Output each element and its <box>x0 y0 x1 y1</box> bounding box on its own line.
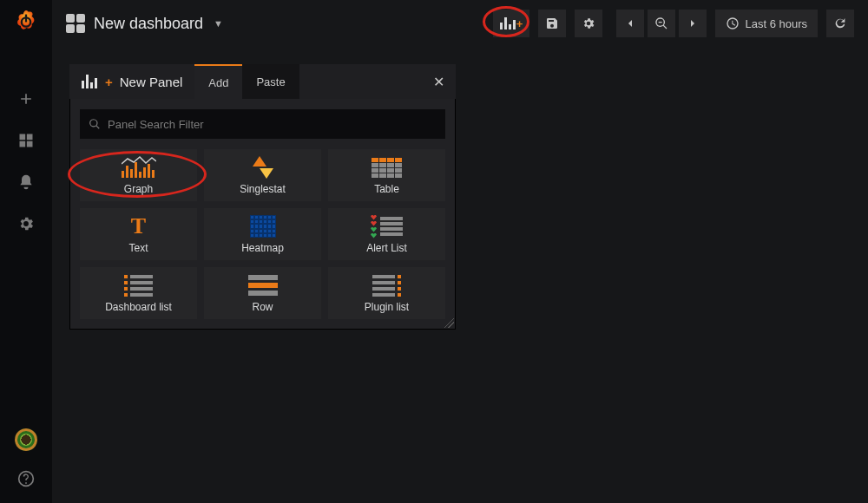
panel-type-label: Alert List <box>366 242 407 254</box>
dashboards-icon <box>66 14 85 33</box>
refresh-button[interactable] <box>826 10 854 37</box>
user-avatar[interactable] <box>15 428 37 451</box>
new-panel-title: New Panel <box>120 75 183 89</box>
panel-type-alertlist[interactable]: Alert List <box>328 208 445 260</box>
heatmap-icon <box>250 215 276 238</box>
alert-list-icon <box>371 215 403 238</box>
caret-down-icon: ▼ <box>214 18 223 29</box>
bar-chart-icon <box>82 75 97 88</box>
plus-icon: + <box>516 17 523 30</box>
panel-type-label: Table <box>374 183 399 195</box>
time-range-forward-button[interactable] <box>679 10 707 37</box>
panel-type-label: Plugin list <box>365 301 409 313</box>
dashboard-canvas: + New Panel Add Paste ✕ <box>52 47 868 503</box>
picker-body: Graph Singlestat Table <box>69 99 456 330</box>
plus-icon: + <box>105 75 113 89</box>
panel-type-heatmap[interactable]: Heatmap <box>204 208 321 260</box>
refresh-icon <box>833 16 847 30</box>
picker-header: + New Panel Add Paste ✕ <box>69 64 456 99</box>
row-icon <box>248 275 278 296</box>
time-range-label: Last 6 hours <box>745 17 807 30</box>
panel-type-label: Singlestat <box>240 183 286 195</box>
panel-type-singlestat[interactable]: Singlestat <box>204 149 321 201</box>
time-range-picker[interactable]: Last 6 hours <box>715 10 818 37</box>
chevron-left-icon <box>623 16 637 30</box>
singlestat-icon <box>251 156 275 179</box>
panel-type-text[interactable]: T Text <box>80 208 197 260</box>
panel-type-table[interactable]: Table <box>328 149 445 201</box>
panel-type-label: Graph <box>124 183 153 195</box>
text-icon: T <box>131 213 146 239</box>
panel-type-label: Heatmap <box>241 242 284 254</box>
nav-create-icon[interactable] <box>14 87 38 111</box>
panel-search[interactable] <box>80 109 445 139</box>
dashboard-title-dropdown[interactable]: New dashboard ▼ <box>66 14 223 33</box>
main-area: New dashboard ▼ + <box>52 0 868 503</box>
top-toolbar: New dashboard ▼ + <box>52 0 868 47</box>
panel-type-graph[interactable]: Graph <box>80 149 197 201</box>
grafana-logo-icon[interactable] <box>13 9 39 35</box>
plugin-list-icon <box>372 275 401 297</box>
new-panel-label: + New Panel <box>69 64 194 99</box>
panel-type-row[interactable]: Row <box>204 267 321 319</box>
chevron-right-icon <box>686 16 700 30</box>
panel-type-label: Dashboard list <box>105 301 172 313</box>
close-icon: ✕ <box>433 74 444 90</box>
nav-dashboards-icon[interactable] <box>14 128 38 153</box>
panel-search-input[interactable] <box>108 118 437 131</box>
add-panel-button[interactable]: + <box>493 10 530 37</box>
panel-type-dashlist[interactable]: Dashboard list <box>80 267 197 319</box>
dashboard-settings-button[interactable] <box>575 10 602 37</box>
panel-type-label: Text <box>128 242 148 254</box>
time-range-back-button[interactable] <box>616 10 644 37</box>
gear-icon <box>582 16 595 30</box>
nav-configuration-icon[interactable] <box>14 212 38 236</box>
resize-handle[interactable] <box>444 317 454 328</box>
search-icon <box>89 118 101 130</box>
panel-type-grid: Graph Singlestat Table <box>80 149 445 319</box>
table-icon <box>372 158 402 178</box>
panel-type-label: Row <box>252 301 273 313</box>
tab-add[interactable]: Add <box>194 64 242 99</box>
add-panel-picker: + New Panel Add Paste ✕ <box>69 64 456 330</box>
zoom-out-icon <box>654 16 668 30</box>
dashboard-title-text: New dashboard <box>94 15 203 33</box>
panel-type-pluginlist[interactable]: Plugin list <box>328 267 445 319</box>
clock-icon <box>726 16 740 30</box>
dashboard-list-icon <box>124 275 153 297</box>
nav-help-icon[interactable] <box>14 467 38 491</box>
nav-alerting-icon[interactable] <box>14 170 38 194</box>
close-picker-button[interactable]: ✕ <box>421 64 456 99</box>
tab-paste[interactable]: Paste <box>242 64 299 99</box>
graph-icon <box>122 157 156 178</box>
save-icon <box>545 16 559 30</box>
zoom-out-button[interactable] <box>648 10 675 37</box>
side-nav <box>0 0 52 503</box>
bar-chart-icon <box>500 17 516 29</box>
save-dashboard-button[interactable] <box>538 10 566 37</box>
